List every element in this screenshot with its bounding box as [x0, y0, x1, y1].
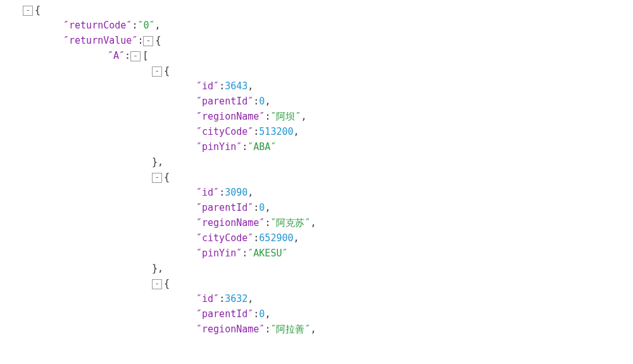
array-item-close: }, [0, 261, 633, 276]
open-brace: { [35, 4, 41, 16]
prop-pinYin: ″pinYin″:″AKESU″ [0, 246, 633, 261]
array-item-open: { [0, 63, 633, 78]
prop-cityCode: ″cityCode″:652900, [0, 230, 633, 246]
prop-id: ″id″:3643, [0, 78, 633, 94]
prop-parentId: ″parentId″:0, [0, 306, 633, 322]
prop-cityCode: ″cityCode″:513200, [0, 124, 633, 139]
json-tree-viewer: { ″returnCode″:″0″, ″returnValue″:{ ″A″:… [0, 0, 633, 337]
prop-returnCode: ″returnCode″:″0″, [0, 18, 633, 33]
prop-regionName: ″regionName″:″阿坝″, [0, 109, 633, 124]
collapse-icon[interactable] [130, 51, 141, 61]
prop-pinYin: ″pinYin″:″ABA″ [0, 139, 633, 154]
array-item-open: { [0, 276, 633, 291]
collapse-icon[interactable] [152, 279, 162, 289]
prop-A: ″A″:[ [0, 48, 633, 63]
array-item-open: { [0, 170, 633, 185]
prop-returnValue: ″returnValue″:{ [0, 33, 633, 48]
prop-regionName: ″regionName″:″阿拉善″, [0, 322, 633, 337]
prop-id: ″id″:3090, [0, 185, 633, 200]
collapse-icon[interactable] [143, 36, 153, 46]
prop-regionName: ″regionName″:″阿克苏″, [0, 215, 633, 230]
prop-id: ″id″:3632, [0, 291, 633, 306]
root-open: { [0, 3, 633, 18]
array-item-close: }, [0, 154, 633, 170]
collapse-icon[interactable] [152, 66, 162, 77]
prop-parentId: ″parentId″:0, [0, 200, 633, 215]
prop-parentId: ″parentId″:0, [0, 94, 633, 109]
collapse-icon[interactable] [152, 173, 162, 183]
collapse-icon[interactable] [23, 6, 33, 16]
